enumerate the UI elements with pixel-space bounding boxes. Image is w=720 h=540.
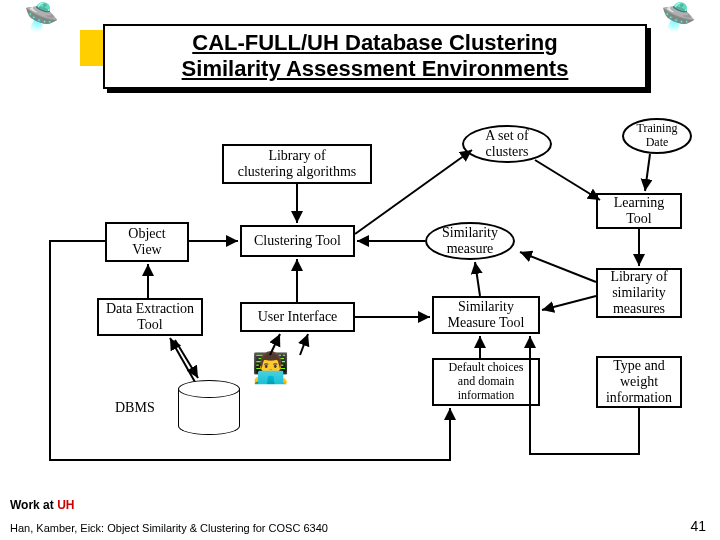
box-training-date: TrainingDate bbox=[622, 118, 692, 154]
box-object-view: ObjectView bbox=[105, 222, 189, 262]
box-library-clustering-algorithms: Library ofclustering algorithms bbox=[222, 144, 372, 184]
box-type-weight-info: Type andweightinformation bbox=[596, 356, 682, 408]
title-line2: Similarity Assessment Environments bbox=[111, 56, 639, 82]
box-library-sim-measures: Library ofsimilaritymeasures bbox=[596, 268, 682, 318]
dbms-label: DBMS bbox=[115, 400, 155, 416]
user-icon: 👨‍💻 bbox=[252, 350, 289, 385]
svg-line-14 bbox=[175, 340, 198, 378]
box-user-interface: User Interface bbox=[240, 302, 355, 332]
dbms-cylinder bbox=[178, 380, 240, 434]
box-set-of-clusters: A set ofclusters bbox=[462, 125, 552, 163]
box-data-extraction-tool: Data ExtractionTool bbox=[97, 298, 203, 336]
box-default-choices: Default choicesand domaininformation bbox=[432, 358, 540, 406]
slide-title: CAL-FULL/UH Database Clustering Similari… bbox=[103, 24, 647, 89]
svg-line-7 bbox=[520, 252, 596, 282]
svg-line-2 bbox=[535, 160, 600, 200]
box-similarity-measure-tool: SimilarityMeasure Tool bbox=[432, 296, 540, 334]
svg-line-9 bbox=[542, 296, 596, 310]
svg-line-1 bbox=[355, 150, 472, 234]
box-similarity-measure: Similaritymeasure bbox=[425, 222, 515, 260]
footer-credit: Han, Kamber, Eick: Object Similarity & C… bbox=[10, 522, 328, 534]
box-clustering-tool: Clustering Tool bbox=[240, 225, 355, 257]
ship-icon: 🛸 bbox=[24, 0, 59, 33]
title-line1: CAL-FULL/UH Database Clustering bbox=[111, 30, 639, 56]
svg-line-8 bbox=[475, 262, 480, 296]
svg-line-3 bbox=[645, 154, 650, 191]
footer-affiliation: Work at UH bbox=[10, 498, 74, 512]
box-learning-tool: LearningTool bbox=[596, 193, 682, 229]
svg-line-13 bbox=[170, 338, 195, 382]
page-number: 41 bbox=[690, 518, 706, 534]
ship-icon: 🛸 bbox=[661, 0, 696, 33]
svg-line-16 bbox=[300, 334, 308, 355]
